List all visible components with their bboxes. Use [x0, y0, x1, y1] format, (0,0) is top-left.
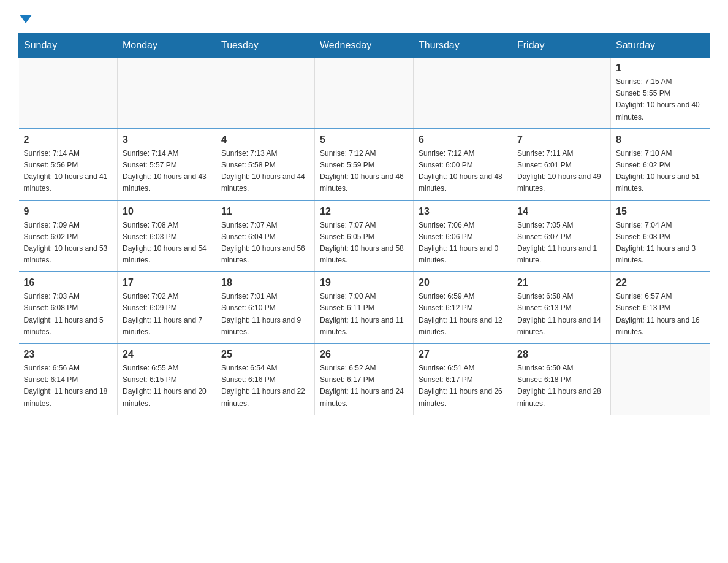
calendar-day-cell: [611, 343, 710, 415]
day-info: Sunrise: 6:50 AMSunset: 6:18 PMDaylight:…: [517, 362, 605, 410]
day-of-week-header: Friday: [512, 34, 611, 58]
calendar-day-cell: 16Sunrise: 7:03 AMSunset: 6:08 PMDayligh…: [19, 272, 118, 343]
day-number: 27: [419, 349, 507, 360]
calendar-week-row: 23Sunrise: 6:56 AMSunset: 6:14 PMDayligh…: [19, 343, 710, 415]
day-number: 9: [24, 206, 113, 217]
calendar-day-cell: 8Sunrise: 7:10 AMSunset: 6:02 PMDaylight…: [611, 129, 710, 201]
calendar-week-row: 2Sunrise: 7:14 AMSunset: 5:56 PMDaylight…: [19, 129, 710, 201]
day-info: Sunrise: 7:12 AMSunset: 6:00 PMDaylight:…: [419, 148, 507, 195]
calendar-day-cell: 23Sunrise: 6:56 AMSunset: 6:14 PMDayligh…: [19, 343, 118, 415]
day-info: Sunrise: 6:52 AMSunset: 6:17 PMDaylight:…: [320, 362, 408, 410]
calendar-day-cell: [19, 58, 118, 129]
day-info: Sunrise: 7:14 AMSunset: 5:57 PMDaylight:…: [123, 148, 211, 195]
day-info: Sunrise: 7:08 AMSunset: 6:03 PMDaylight:…: [123, 220, 211, 267]
logo-general-text: [18, 12, 32, 23]
day-number: 23: [24, 349, 113, 360]
day-info: Sunrise: 6:57 AMSunset: 6:13 PMDaylight:…: [616, 291, 705, 338]
calendar-day-cell: 26Sunrise: 6:52 AMSunset: 6:17 PMDayligh…: [315, 343, 414, 415]
day-number: 7: [517, 134, 605, 145]
calendar-week-row: 1Sunrise: 7:15 AMSunset: 5:55 PMDaylight…: [19, 58, 710, 129]
calendar-day-cell: 3Sunrise: 7:14 AMSunset: 5:57 PMDaylight…: [118, 129, 216, 201]
day-info: Sunrise: 7:02 AMSunset: 6:09 PMDaylight:…: [123, 291, 211, 338]
calendar-day-cell: 2Sunrise: 7:14 AMSunset: 5:56 PMDaylight…: [19, 129, 118, 201]
calendar-day-cell: 6Sunrise: 7:12 AMSunset: 6:00 PMDaylight…: [414, 129, 512, 201]
calendar-day-cell: 27Sunrise: 6:51 AMSunset: 6:17 PMDayligh…: [414, 343, 512, 415]
day-number: 24: [123, 349, 211, 360]
calendar-day-cell: 10Sunrise: 7:08 AMSunset: 6:03 PMDayligh…: [118, 201, 216, 272]
day-number: 26: [320, 349, 408, 360]
day-of-week-header: Thursday: [414, 34, 512, 58]
calendar-day-cell: 1Sunrise: 7:15 AMSunset: 5:55 PMDaylight…: [611, 58, 710, 129]
day-info: Sunrise: 6:59 AMSunset: 6:12 PMDaylight:…: [419, 291, 507, 338]
calendar-day-cell: 17Sunrise: 7:02 AMSunset: 6:09 PMDayligh…: [118, 272, 216, 343]
calendar-table: SundayMondayTuesdayWednesdayThursdayFrid…: [18, 33, 710, 415]
day-info: Sunrise: 7:05 AMSunset: 6:07 PMDaylight:…: [517, 220, 605, 267]
calendar-week-row: 16Sunrise: 7:03 AMSunset: 6:08 PMDayligh…: [19, 272, 710, 343]
page-header: [18, 12, 710, 21]
calendar-day-cell: 25Sunrise: 6:54 AMSunset: 6:16 PMDayligh…: [216, 343, 315, 415]
calendar-day-cell: 19Sunrise: 7:00 AMSunset: 6:11 PMDayligh…: [315, 272, 414, 343]
calendar-day-cell: 4Sunrise: 7:13 AMSunset: 5:58 PMDaylight…: [216, 129, 315, 201]
day-number: 25: [221, 349, 309, 360]
day-info: Sunrise: 6:56 AMSunset: 6:14 PMDaylight:…: [24, 362, 113, 410]
day-of-week-header: Wednesday: [315, 34, 414, 58]
calendar-day-cell: [315, 58, 414, 129]
day-of-week-header: Monday: [118, 34, 216, 58]
calendar-day-cell: 28Sunrise: 6:50 AMSunset: 6:18 PMDayligh…: [512, 343, 611, 415]
calendar-day-cell: 5Sunrise: 7:12 AMSunset: 5:59 PMDaylight…: [315, 129, 414, 201]
day-number: 6: [419, 134, 507, 145]
calendar-day-cell: 9Sunrise: 7:09 AMSunset: 6:02 PMDaylight…: [19, 201, 118, 272]
day-number: 11: [221, 206, 309, 217]
day-number: 17: [123, 277, 211, 288]
calendar-day-cell: 13Sunrise: 7:06 AMSunset: 6:06 PMDayligh…: [414, 201, 512, 272]
day-number: 5: [320, 134, 408, 145]
day-number: 4: [221, 134, 309, 145]
calendar-day-cell: 24Sunrise: 6:55 AMSunset: 6:15 PMDayligh…: [118, 343, 216, 415]
calendar-body: 1Sunrise: 7:15 AMSunset: 5:55 PMDaylight…: [19, 58, 710, 415]
day-info: Sunrise: 7:10 AMSunset: 6:02 PMDaylight:…: [616, 148, 705, 195]
day-of-week-header: Tuesday: [216, 34, 315, 58]
calendar-week-row: 9Sunrise: 7:09 AMSunset: 6:02 PMDaylight…: [19, 201, 710, 272]
calendar-day-cell: [512, 58, 611, 129]
calendar-day-cell: 20Sunrise: 6:59 AMSunset: 6:12 PMDayligh…: [414, 272, 512, 343]
day-info: Sunrise: 6:54 AMSunset: 6:16 PMDaylight:…: [221, 362, 309, 410]
day-number: 19: [320, 277, 408, 288]
day-number: 10: [123, 206, 211, 217]
day-info: Sunrise: 7:00 AMSunset: 6:11 PMDaylight:…: [320, 291, 408, 338]
day-info: Sunrise: 7:07 AMSunset: 6:05 PMDaylight:…: [320, 220, 408, 267]
logo-triangle-icon: [20, 15, 32, 23]
day-of-week-header: Saturday: [611, 34, 710, 58]
day-number: 21: [517, 277, 605, 288]
calendar-day-cell: 15Sunrise: 7:04 AMSunset: 6:08 PMDayligh…: [611, 201, 710, 272]
day-number: 8: [616, 134, 705, 145]
logo: [18, 12, 32, 21]
calendar-day-cell: [118, 58, 216, 129]
day-number: 15: [616, 206, 705, 217]
day-info: Sunrise: 7:13 AMSunset: 5:58 PMDaylight:…: [221, 148, 309, 195]
calendar-day-cell: [216, 58, 315, 129]
day-number: 12: [320, 206, 408, 217]
day-number: 22: [616, 277, 705, 288]
day-info: Sunrise: 6:55 AMSunset: 6:15 PMDaylight:…: [123, 362, 211, 410]
day-info: Sunrise: 7:07 AMSunset: 6:04 PMDaylight:…: [221, 220, 309, 267]
calendar-day-cell: 22Sunrise: 6:57 AMSunset: 6:13 PMDayligh…: [611, 272, 710, 343]
day-number: 14: [517, 206, 605, 217]
calendar-day-cell: 7Sunrise: 7:11 AMSunset: 6:01 PMDaylight…: [512, 129, 611, 201]
day-info: Sunrise: 7:09 AMSunset: 6:02 PMDaylight:…: [24, 220, 113, 267]
calendar-day-cell: [414, 58, 512, 129]
calendar-day-cell: 12Sunrise: 7:07 AMSunset: 6:05 PMDayligh…: [315, 201, 414, 272]
day-number: 28: [517, 349, 605, 360]
day-info: Sunrise: 7:03 AMSunset: 6:08 PMDaylight:…: [24, 291, 113, 338]
calendar-day-cell: 21Sunrise: 6:58 AMSunset: 6:13 PMDayligh…: [512, 272, 611, 343]
calendar-day-cell: 11Sunrise: 7:07 AMSunset: 6:04 PMDayligh…: [216, 201, 315, 272]
day-info: Sunrise: 7:12 AMSunset: 5:59 PMDaylight:…: [320, 148, 408, 195]
day-number: 2: [24, 134, 113, 145]
day-info: Sunrise: 7:14 AMSunset: 5:56 PMDaylight:…: [24, 148, 113, 195]
calendar-day-cell: 14Sunrise: 7:05 AMSunset: 6:07 PMDayligh…: [512, 201, 611, 272]
day-info: Sunrise: 6:58 AMSunset: 6:13 PMDaylight:…: [517, 291, 605, 338]
day-info: Sunrise: 7:06 AMSunset: 6:06 PMDaylight:…: [419, 220, 507, 267]
day-number: 18: [221, 277, 309, 288]
day-of-week-header: Sunday: [19, 34, 118, 58]
day-info: Sunrise: 7:01 AMSunset: 6:10 PMDaylight:…: [221, 291, 309, 338]
calendar-day-cell: 18Sunrise: 7:01 AMSunset: 6:10 PMDayligh…: [216, 272, 315, 343]
